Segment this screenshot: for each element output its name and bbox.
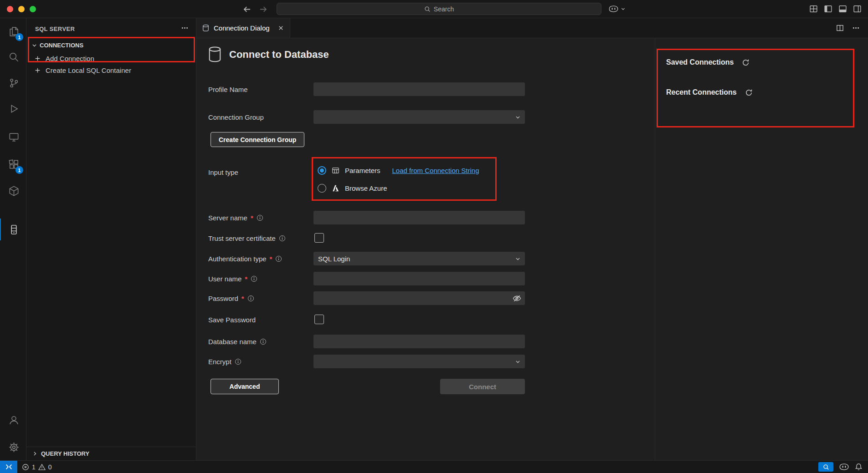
forward-icon[interactable] [259, 5, 267, 14]
save-password-label: Save Password [208, 313, 256, 326]
activity-run-debug[interactable] [0, 98, 26, 120]
run-debug-icon [8, 103, 20, 115]
warning-count: 0 [48, 463, 52, 471]
server-name-input[interactable] [313, 211, 525, 224]
error-icon [22, 463, 29, 471]
info-icon[interactable] [279, 235, 286, 242]
activity-extensions[interactable]: 1 [0, 153, 26, 175]
query-history-label: QUERY HISTORY [41, 450, 89, 457]
database-icon [208, 46, 222, 63]
create-connection-group-button[interactable]: Create Connection Group [211, 132, 304, 147]
input-type-browse-azure-row: Browse Azure [318, 183, 387, 193]
database-name-input[interactable] [313, 335, 525, 348]
editor-more-actions-icon[interactable] [852, 24, 860, 32]
activity-bar: 1 1 [0, 18, 26, 460]
info-icon[interactable] [275, 255, 282, 262]
input-type-parameters-row: Parameters Load from Connection String [318, 165, 479, 176]
activity-containers[interactable] [0, 180, 26, 202]
trust-server-certificate-checkbox[interactable] [314, 233, 324, 243]
maximize-window-button[interactable] [30, 6, 36, 12]
plus-icon [34, 67, 41, 74]
refresh-icon[interactable] [745, 89, 753, 97]
eye-off-icon[interactable] [513, 294, 521, 303]
plus-icon [34, 55, 41, 62]
explorer-badge: 1 [15, 33, 23, 41]
bell-icon[interactable] [855, 463, 863, 471]
close-window-button[interactable] [7, 6, 13, 12]
connection-dialog-content: Connect to Database Profile Name Connect… [196, 38, 868, 460]
chevron-right-icon [32, 451, 38, 457]
editor-group: Connection Dialog Connect to Database Pr… [196, 18, 868, 460]
remote-indicator[interactable] [0, 461, 17, 473]
zoom-indicator[interactable] [818, 462, 833, 472]
activity-sql-server[interactable] [0, 219, 26, 240]
toggle-panel-icon[interactable] [838, 5, 847, 13]
connection-group-label: Connection Group [208, 110, 264, 124]
add-connection-item[interactable]: Add Connection [26, 52, 196, 64]
info-icon[interactable] [247, 295, 254, 302]
save-password-checkbox[interactable] [314, 315, 324, 324]
info-icon[interactable] [235, 358, 241, 365]
copilot-status-icon[interactable] [839, 463, 849, 470]
tab-connection-dialog[interactable]: Connection Dialog [196, 18, 290, 38]
source-control-icon [8, 77, 20, 89]
info-icon[interactable] [251, 275, 257, 282]
profile-name-input[interactable] [313, 82, 525, 96]
toggle-secondary-sidebar-icon[interactable] [853, 5, 862, 13]
toggle-primary-sidebar-icon[interactable] [824, 5, 832, 13]
refresh-icon[interactable] [742, 59, 750, 66]
user-name-label: User name* [208, 272, 257, 285]
connection-group-select[interactable] [313, 110, 525, 124]
activity-remote-explorer[interactable] [0, 126, 26, 147]
connections-section-label: CONNECTIONS [40, 42, 83, 49]
error-count: 1 [32, 463, 36, 471]
load-from-connection-string-link[interactable]: Load from Connection String [392, 167, 479, 174]
back-icon[interactable] [243, 5, 252, 14]
sidebar-more-actions-icon[interactable] [181, 24, 189, 32]
close-tab-icon[interactable] [277, 25, 284, 31]
create-local-sql-container-label: Create Local SQL Container [46, 66, 131, 74]
activity-search[interactable] [0, 46, 26, 68]
authentication-type-label: Authentication type* [208, 252, 282, 265]
azure-icon [332, 184, 339, 192]
sql-server-icon [8, 224, 20, 236]
tab-bar: Connection Dialog [196, 18, 868, 38]
activity-accounts[interactable] [0, 409, 26, 431]
chevron-down-icon [621, 6, 626, 11]
copilot-menu[interactable] [609, 5, 626, 12]
parameters-radio[interactable] [318, 166, 326, 175]
server-name-label: Server name* [208, 211, 263, 224]
page-title: Connect to Database [229, 49, 329, 61]
activity-source-control[interactable] [0, 72, 26, 94]
info-icon[interactable] [260, 338, 267, 345]
encrypt-select[interactable] [313, 355, 525, 368]
authentication-type-select[interactable]: SQL Login [313, 252, 525, 265]
chevron-down-icon [31, 42, 37, 48]
activity-explorer[interactable]: 1 [0, 20, 26, 42]
connections-section-header[interactable]: CONNECTIONS [26, 40, 196, 51]
info-icon[interactable] [257, 214, 263, 221]
minimize-window-button[interactable] [18, 6, 25, 12]
titlebar: Search [0, 0, 868, 18]
user-name-input[interactable] [313, 272, 525, 285]
password-input[interactable] [313, 291, 525, 305]
activity-settings[interactable] [0, 436, 26, 458]
authentication-type-value: SQL Login [318, 255, 350, 263]
browse-azure-radio[interactable] [318, 184, 326, 193]
customize-layout-icon[interactable] [809, 5, 818, 13]
account-person-icon [8, 414, 20, 426]
query-history-section-header[interactable]: QUERY HISTORY [26, 447, 196, 460]
remote-icon [5, 463, 13, 471]
sidebar-title: SQL SERVER [35, 25, 75, 32]
advanced-button[interactable]: Advanced [211, 379, 279, 394]
split-editor-icon[interactable] [836, 24, 844, 32]
connection-dialog-tab-icon [202, 24, 210, 32]
tab-label: Connection Dialog [214, 24, 270, 32]
problems-indicator[interactable]: 1 0 [22, 463, 52, 471]
command-center-search[interactable]: Search [277, 3, 601, 15]
copilot-icon [609, 5, 618, 12]
connect-button[interactable]: Connect [440, 379, 525, 394]
required-marker: * [245, 275, 247, 283]
create-local-sql-container-item[interactable]: Create Local SQL Container [26, 64, 196, 76]
warning-icon [38, 463, 46, 471]
